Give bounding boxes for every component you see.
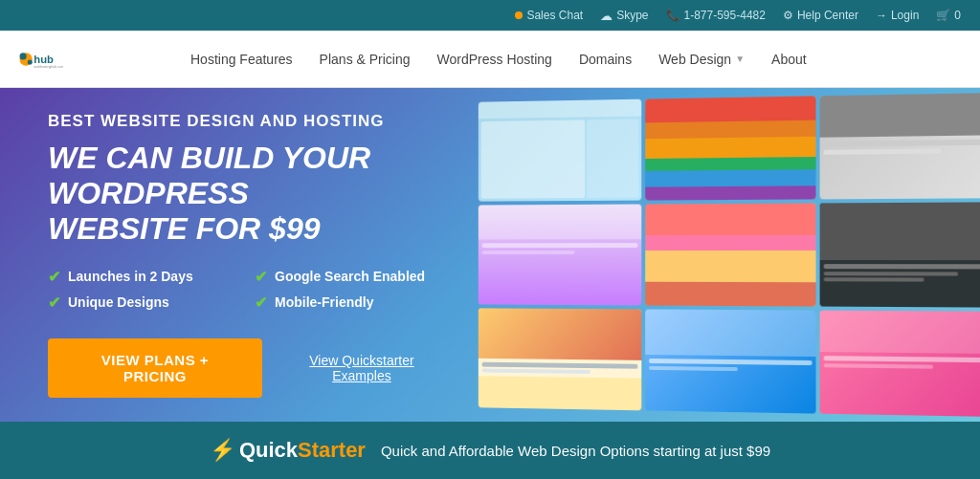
nav-wordpress-hosting[interactable]: WordPress Hosting (424, 31, 566, 88)
feature-3: ✔ Google Search Enabled (255, 268, 442, 286)
logo-svg: hub webhostinghub.com (19, 42, 63, 76)
hero-image-2 (645, 96, 815, 200)
login-link[interactable]: → Login (876, 9, 919, 22)
nav-hosting-features[interactable]: Hosting Features (177, 31, 306, 88)
check-icon-4: ✔ (255, 294, 267, 312)
phone-icon: 📞 (666, 9, 680, 22)
check-icon-2: ✔ (48, 294, 60, 312)
hero-image-4 (479, 205, 642, 306)
help-icon: ⚙ (783, 9, 793, 22)
sales-chat[interactable]: Sales Chat (515, 9, 583, 22)
bottom-tagline: Quick and Affordable Web Design Options … (381, 443, 770, 459)
feature-4: ✔ Mobile-Friendly (255, 294, 442, 312)
top-bar: Sales Chat ☁ Skype 📞 1-877-595-4482 ⚙ He… (0, 0, 980, 31)
main-nav: Hosting Features Plans & Pricing WordPre… (177, 31, 961, 88)
skype-icon: ☁ (600, 9, 612, 23)
hero-image-9 (819, 311, 980, 417)
svg-point-1 (20, 53, 27, 59)
quickstarter-arrow-icon: ⚡ (210, 438, 235, 463)
chevron-down-icon: ▼ (735, 54, 745, 64)
hero-image-8 (645, 309, 815, 413)
check-icon-3: ✔ (255, 268, 267, 286)
hero-image-5 (645, 203, 815, 306)
cart-icon: 🛒 (936, 9, 950, 22)
cta-plans-button[interactable]: VIEW PLANS + PRICING (48, 338, 262, 398)
hero-content: BEST WEBSITE DESIGN AND HOSTING WE CAN B… (0, 88, 490, 422)
nav-plans-pricing[interactable]: Plans & Pricing (306, 31, 424, 88)
svg-text:webhostinghub.com: webhostinghub.com (33, 65, 63, 69)
nav-web-design[interactable]: Web Design ▼ (645, 31, 758, 88)
hero-buttons: VIEW PLANS + PRICING View Quickstarter E… (48, 338, 442, 398)
quickstarter-text: QuickStarter (239, 438, 366, 463)
hero-image-1 (479, 99, 642, 202)
hero-subtitle: BEST WEBSITE DESIGN AND HOSTING (48, 112, 442, 131)
hero-image-3 (819, 93, 980, 199)
svg-text:hub: hub (33, 54, 54, 65)
hero-title: WE CAN BUILD YOUR WORDPRESSWEBSITE FOR $… (48, 141, 442, 246)
hero-images-grid (469, 88, 980, 422)
hero-image-6 (819, 202, 980, 307)
sales-chat-icon (515, 11, 523, 19)
skype-link[interactable]: ☁ Skype (600, 9, 648, 23)
hero-section: BEST WEBSITE DESIGN AND HOSTING WE CAN B… (0, 88, 980, 422)
help-center-link[interactable]: ⚙ Help Center (783, 9, 858, 22)
logo[interactable]: hub webhostinghub.com (19, 42, 177, 76)
bottom-bar: ⚡ QuickStarter Quick and Affordable Web … (0, 422, 980, 479)
phone-link[interactable]: 📞 1-877-595-4482 (666, 9, 766, 22)
feature-2: ✔ Unique Designs (48, 294, 235, 312)
cart-link[interactable]: 🛒 0 (936, 9, 961, 22)
hero-image-7 (479, 308, 642, 410)
login-icon: → (876, 9, 887, 22)
cta-examples-link[interactable]: View Quickstarter Examples (281, 353, 442, 383)
hero-features: ✔ Launches in 2 Days ✔ Google Search Ena… (48, 268, 442, 312)
check-icon-1: ✔ (48, 268, 60, 286)
nav-about[interactable]: About (758, 31, 820, 88)
quickstarter-logo: ⚡ QuickStarter (210, 438, 366, 463)
svg-point-2 (28, 59, 33, 64)
feature-1: ✔ Launches in 2 Days (48, 268, 235, 286)
nav-domains[interactable]: Domains (566, 31, 645, 88)
nav-bar: hub webhostinghub.com Hosting Features P… (0, 31, 980, 88)
